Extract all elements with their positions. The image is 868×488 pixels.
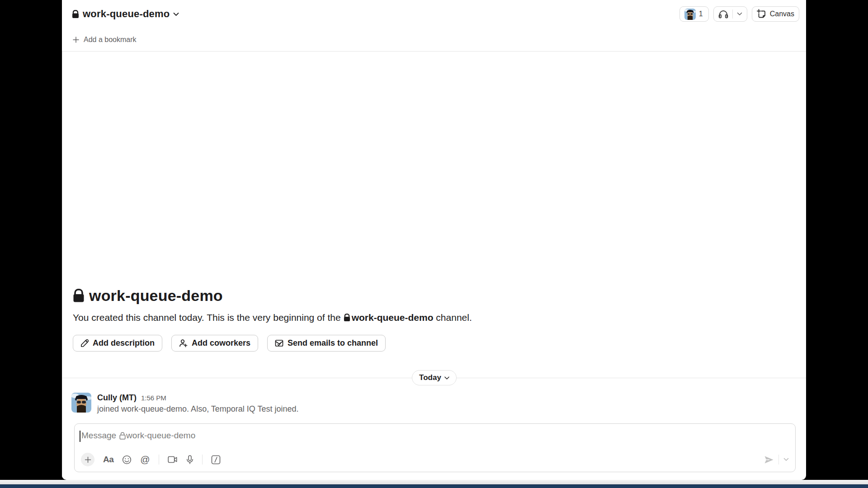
send-button[interactable] [764, 455, 774, 464]
date-divider: Today [62, 370, 806, 385]
send-divider [778, 455, 779, 465]
headphones-icon [718, 9, 728, 19]
text-caret [80, 431, 80, 442]
chevron-down-icon [173, 12, 179, 16]
toolbar-divider [159, 455, 159, 465]
emoji-button[interactable] [122, 455, 132, 465]
slack-channel-window: work-queue-demo 1 [62, 0, 806, 480]
add-bookmark-button[interactable]: Add a bookmark [62, 28, 806, 52]
composer-placeholder: Messagework-queue-demo [81, 431, 195, 441]
message-head: Cully (MT) 1:56 PM [97, 393, 299, 403]
huddle-divider [732, 9, 733, 19]
lock-icon [344, 312, 350, 324]
message-pane: work-queue-demo You created this channel… [62, 52, 806, 480]
formatting-button[interactable]: Aa [103, 455, 113, 465]
channel-intro: work-queue-demo You created this channel… [62, 287, 806, 352]
composer-send-area [764, 455, 789, 465]
lock-icon [73, 289, 85, 303]
taskbar-sliver [0, 484, 868, 488]
channel-name-bold: work-queue-demo [352, 312, 434, 323]
composer-toolbar: Aa @ [75, 453, 795, 472]
channel-title-button[interactable]: work-queue-demo [72, 8, 179, 20]
member-avatar [684, 9, 696, 20]
member-count: 1 [699, 10, 704, 18]
add-bookmark-label: Add a bookmark [84, 36, 137, 44]
channel-title: work-queue-demo [83, 8, 170, 20]
message-composer[interactable]: Messagework-queue-demo Aa @ [74, 423, 796, 472]
channel-intro-description: You created this channel today. This is … [73, 311, 806, 324]
person-add-icon [179, 339, 188, 347]
toolbar-divider [202, 455, 203, 465]
message-row: Cully (MT) 1:56 PM joined work-queue-dem… [71, 393, 797, 414]
chevron-down-icon [444, 376, 449, 380]
add-coworkers-button[interactable]: Add coworkers [171, 335, 258, 352]
canvas-icon [757, 9, 767, 19]
message-timestamp[interactable]: 1:56 PM [141, 394, 166, 402]
video-button[interactable] [168, 455, 178, 464]
intro-actions: Add description Add coworkers Send email… [73, 335, 806, 352]
header-actions: 1 Canvas [679, 6, 799, 22]
channel-intro-name: work-queue-demo [89, 287, 223, 305]
canvas-button[interactable]: Canvas [752, 6, 799, 22]
message-text: joined work-queue-demo. Also, Temporal I… [97, 404, 299, 414]
window-edge-strip [0, 480, 868, 484]
canvas-label: Canvas [770, 10, 794, 18]
members-button[interactable]: 1 [679, 6, 709, 22]
channel-intro-title: work-queue-demo [73, 287, 806, 305]
message-author[interactable]: Cully (MT) [97, 393, 137, 403]
mic-button[interactable] [186, 455, 193, 465]
add-description-button[interactable]: Add description [73, 335, 162, 352]
email-check-icon [275, 339, 283, 347]
screen: work-queue-demo 1 [0, 0, 868, 488]
composer-input[interactable]: Messagework-queue-demo [75, 424, 795, 453]
send-emails-button[interactable]: Send emails to channel [267, 335, 386, 352]
avatar[interactable] [71, 393, 91, 413]
channel-header: work-queue-demo 1 [62, 0, 806, 28]
message-body: Cully (MT) 1:56 PM joined work-queue-dem… [97, 393, 299, 414]
send-options-chevron[interactable] [783, 458, 789, 461]
lock-outline-icon [119, 432, 126, 440]
lock-icon [72, 10, 79, 19]
date-label: Today [419, 373, 441, 382]
pencil-icon [80, 339, 89, 347]
huddle-button[interactable] [713, 6, 747, 22]
huddle-chevron-icon[interactable] [737, 12, 742, 16]
plus-icon [73, 37, 79, 43]
mention-button[interactable]: @ [140, 454, 150, 465]
attach-plus-button[interactable] [81, 453, 94, 466]
date-pill-button[interactable]: Today [412, 370, 457, 385]
shortcuts-button[interactable] [211, 455, 221, 465]
